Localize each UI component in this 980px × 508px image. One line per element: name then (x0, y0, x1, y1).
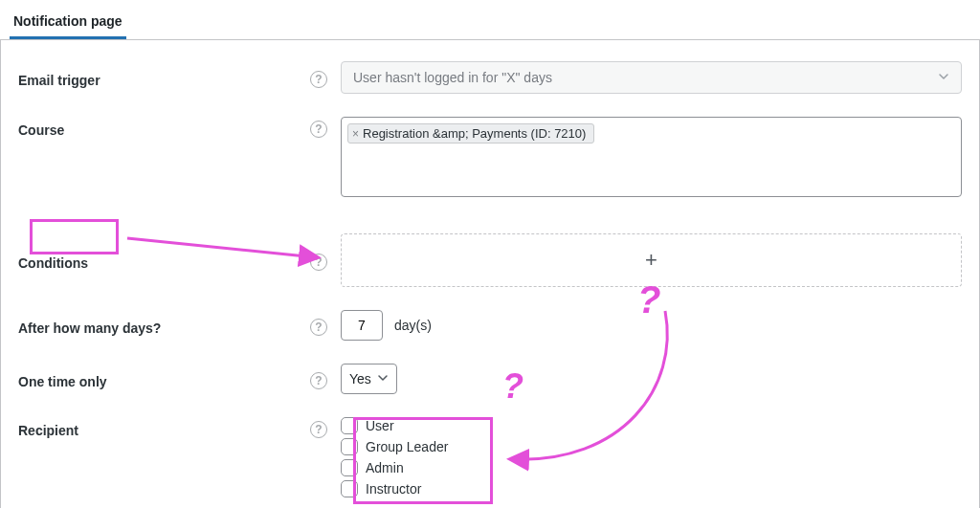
row-course: Course ? × Registration &amp; Payments (… (18, 117, 962, 197)
help-icon: ? (310, 71, 327, 88)
after-days-suffix: day(s) (394, 318, 432, 333)
help-icon: ? (310, 254, 327, 271)
add-condition-button[interactable]: + (341, 233, 962, 287)
checkbox-instructor[interactable] (341, 480, 358, 497)
one-time-select[interactable]: Yes (341, 364, 397, 394)
recipient-option-group-leader[interactable]: Group Leader (341, 438, 962, 455)
course-tag-text: Registration &amp; Payments (ID: 7210) (363, 126, 586, 141)
help-recipient[interactable]: ? (310, 421, 331, 438)
checkbox-user[interactable] (341, 417, 358, 434)
help-icon: ? (310, 421, 327, 438)
recipient-option-instructor[interactable]: Instructor (341, 480, 962, 497)
help-one-time[interactable]: ? (310, 372, 331, 389)
chevron-down-icon (938, 70, 949, 85)
recipient-label: Instructor (366, 481, 421, 497)
recipient-label: Admin (366, 460, 404, 475)
tab-notification-page[interactable]: Notification page (10, 8, 126, 39)
after-days-input[interactable] (341, 310, 383, 341)
help-icon: ? (310, 372, 327, 389)
row-conditions: Conditions ? + (18, 233, 962, 287)
label-course: Course (18, 117, 310, 138)
course-tag-input[interactable]: × Registration &amp; Payments (ID: 7210) (341, 117, 962, 197)
label-conditions: Conditions (18, 250, 310, 271)
recipient-label: User (366, 418, 394, 433)
remove-icon[interactable]: × (352, 127, 359, 141)
label-recipient: Recipient (18, 417, 310, 438)
plus-icon: + (645, 248, 657, 273)
row-recipient: Recipient ? User Group Leader Admin Inst… (18, 417, 962, 501)
chevron-down-icon (377, 371, 389, 387)
help-conditions[interactable]: ? (310, 254, 331, 271)
one-time-value: Yes (349, 371, 371, 387)
course-tag[interactable]: × Registration &amp; Payments (ID: 7210) (347, 123, 594, 144)
checkbox-group-leader[interactable] (341, 438, 358, 455)
row-one-time: One time only ? Yes (18, 364, 962, 394)
help-after-days[interactable]: ? (310, 319, 331, 336)
label-email-trigger: Email trigger (18, 67, 310, 88)
help-course[interactable]: ? (310, 121, 331, 138)
form-panel: Email trigger ? User hasn't logged in fo… (0, 40, 980, 508)
recipient-option-admin[interactable]: Admin (341, 459, 962, 476)
email-trigger-value: User hasn't logged in for "X" days (353, 70, 552, 85)
help-email-trigger[interactable]: ? (310, 71, 331, 88)
row-email-trigger: Email trigger ? User hasn't logged in fo… (18, 61, 962, 94)
row-after-days: After how many days? ? day(s) (18, 310, 962, 341)
label-after-days: After how many days? (18, 315, 310, 336)
email-trigger-select[interactable]: User hasn't logged in for "X" days (341, 61, 962, 94)
tab-bar: Notification page (0, 0, 980, 40)
recipient-option-user[interactable]: User (341, 417, 962, 434)
help-icon: ? (310, 121, 327, 138)
label-one-time: One time only (18, 368, 310, 389)
help-icon: ? (310, 319, 327, 336)
checkbox-admin[interactable] (341, 459, 358, 476)
recipient-label: Group Leader (366, 439, 448, 454)
